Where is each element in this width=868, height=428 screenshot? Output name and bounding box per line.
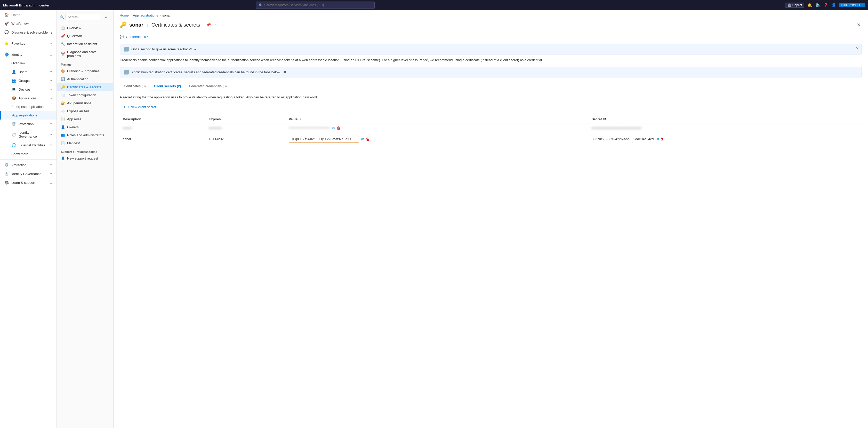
sidebar-item-identity-governance-section[interactable]: ⏱️ Identity Governance ▼ xyxy=(0,169,57,178)
row1-secret-id: ••••••••••••••••••••••••••••••••••••••••… xyxy=(589,123,862,133)
sidebar-item-whats-new[interactable]: 🚀 What's new xyxy=(0,19,57,28)
sidebar-item-external-identities[interactable]: 🌐 External Identities ▼ xyxy=(0,141,57,150)
devices-icon: 💻 xyxy=(11,87,16,91)
tab-federated-credentials[interactable]: Federated credentials (0) xyxy=(185,82,231,91)
sidebar-item-identity[interactable]: 🔷 Identity ▲ xyxy=(0,50,57,59)
sidebar-item-learn-support[interactable]: 📚 Learn & support ▲ xyxy=(0,178,57,187)
sidebar-item-applications[interactable]: 📦 Applications ▲ xyxy=(0,94,57,102)
second-sidebar-diagnose-solve[interactable]: ✂️ Diagnose and solve problems xyxy=(57,48,113,60)
sidebar-item-app-registrations[interactable]: App registrations xyxy=(0,111,57,120)
row2-delete-secret-icon[interactable]: 🗑 xyxy=(660,137,664,141)
breadcrumb-app-registrations[interactable]: App registrations xyxy=(133,13,158,17)
banner2-close[interactable]: ✕ xyxy=(284,70,286,74)
manifest-icon: 📄 xyxy=(61,141,65,145)
sidebar-item-home[interactable]: 🏠 Home xyxy=(0,10,57,19)
copilot-button[interactable]: 🤖 Copilot xyxy=(785,3,804,8)
favorites-icon: ⭐ xyxy=(4,41,9,45)
external-identities-icon: 🌐 xyxy=(11,143,16,147)
tab-client-secrets[interactable]: Client secrets (2) xyxy=(150,82,185,91)
second-sidebar-branding[interactable]: 🎨 Branding & properties xyxy=(57,67,113,75)
table-row: sonar 13/06/2025 ICq8Q~VfSwuvK3PPQiEvZGe… xyxy=(120,133,862,145)
sidebar-item-groups[interactable]: 👥 Groups ▼ xyxy=(0,76,57,85)
second-sidebar-app-roles[interactable]: 📑 App roles xyxy=(57,115,113,123)
devices-chevron: ▼ xyxy=(50,88,52,91)
identity-governance2-chevron: ▼ xyxy=(50,173,52,175)
support-icon: 👤 xyxy=(61,156,65,160)
sidebar-item-identity-governance[interactable]: ⏱️ Identity Governance ▼ xyxy=(0,128,57,141)
page-header-icon: 🔑 xyxy=(120,22,127,28)
col-secret-id: Secret ID xyxy=(589,115,862,123)
banner1-close[interactable]: ✕ xyxy=(856,46,859,50)
sidebar-item-protection[interactable]: 🛡️ Protection ▼ xyxy=(0,120,57,128)
favorites-chevron: ▼ xyxy=(50,42,52,45)
row2-delete-icon[interactable]: 🗑 xyxy=(366,137,370,141)
users-icon: 👤 xyxy=(11,70,16,74)
sidebar-item-overview[interactable]: Overview xyxy=(0,59,57,67)
user-icon[interactable]: 👤 xyxy=(831,3,836,7)
sidebar-item-users[interactable]: 👤 Users ▼ xyxy=(0,67,57,76)
feedback-icon: 💬 xyxy=(120,35,124,39)
user-badge[interactable]: KUBEROCKETCI xyxy=(839,3,865,7)
sidebar-item-devices[interactable]: 💻 Devices ▼ xyxy=(0,85,57,94)
breadcrumb-sonar: sonar xyxy=(162,13,171,17)
second-sidebar-authentication[interactable]: 🔄 Authentication xyxy=(57,75,113,83)
notification-icon[interactable]: 🔔 xyxy=(807,3,812,7)
search-input[interactable] xyxy=(264,3,372,7)
second-sidebar-quickstart[interactable]: 🚀 Quickstart xyxy=(57,32,113,40)
collapse-icon[interactable]: « xyxy=(102,13,110,21)
identity-governance-chevron: ▼ xyxy=(50,133,52,136)
protection2-chevron: ▼ xyxy=(50,164,52,166)
tab-certificates[interactable]: Certificates (0) xyxy=(120,82,150,91)
row2-copy-secret-id-icon[interactable]: ⧉ xyxy=(657,137,659,141)
second-sidebar-search-bar[interactable]: 🔍 « xyxy=(57,10,113,24)
tabs: Certificates (0) Client secrets (2) Fede… xyxy=(120,82,862,91)
second-sidebar-roles-admins[interactable]: 👥 Roles and administrators xyxy=(57,131,113,139)
row2-copy-value-icon[interactable]: ⧉ xyxy=(361,137,364,141)
protection-icon: 🛡️ xyxy=(11,122,16,126)
info-icon-1: ℹ️ xyxy=(124,47,129,52)
more-options-button[interactable]: ··· xyxy=(214,22,220,28)
second-sidebar-overview[interactable]: 📋 Overview xyxy=(57,24,113,32)
api-perm-icon: 🔐 xyxy=(61,101,65,105)
second-sidebar-new-support[interactable]: 👤 New support request xyxy=(57,154,113,162)
topbar: Microsoft Entra admin center 🔍 🤖 Copilot… xyxy=(0,0,868,10)
groups-chevron: ▼ xyxy=(50,79,52,82)
row1-copy-value-icon[interactable]: ⧉ xyxy=(332,126,335,130)
feedback-bar[interactable]: 💬 Got feedback? xyxy=(120,33,862,41)
breadcrumb-sep-2: › xyxy=(160,13,161,17)
row1-delete-icon[interactable]: 🗑 xyxy=(337,126,340,130)
second-sidebar-integration-assistant[interactable]: 🔧 Integration assistant xyxy=(57,40,113,48)
identity-chevron: ▲ xyxy=(50,53,52,56)
table-row: •••••••• •••••••••••• ••••••••••••••••••… xyxy=(120,123,862,133)
page-header-page-name: Certificates & secrets xyxy=(151,22,200,28)
help-icon[interactable]: ❓ xyxy=(824,3,828,7)
sidebar-item-enterprise-apps[interactable]: Enterprise applications xyxy=(0,102,57,111)
close-button[interactable]: ✕ xyxy=(856,21,862,29)
header-actions: 📌 ··· xyxy=(205,22,220,28)
breadcrumb-home[interactable]: Home xyxy=(120,13,129,17)
description-text: Credentials enable confidential applicat… xyxy=(120,58,862,63)
second-sidebar-api-permissions[interactable]: 🔐 API permissions xyxy=(57,99,113,107)
identity-icon: 🔷 xyxy=(4,52,9,57)
auth-icon: 🔄 xyxy=(61,77,65,81)
new-client-secret-button[interactable]: ＋ + New client secret xyxy=(120,103,159,111)
sidebar-item-diagnose[interactable]: 💬 Diagnose & solve problems xyxy=(0,28,57,37)
second-search-input[interactable] xyxy=(66,14,100,20)
settings-icon[interactable]: ⚙️ xyxy=(815,3,820,7)
sidebar-item-favorites[interactable]: ⭐ Favorites ▼ xyxy=(0,39,57,48)
protection-chevron: ▼ xyxy=(50,123,52,125)
search-bar[interactable]: 🔍 xyxy=(256,2,375,9)
second-sidebar-owners[interactable]: 👤 Owners xyxy=(57,123,113,131)
value-tooltip-icon[interactable]: ℹ xyxy=(300,118,301,121)
main-content: Home › App registrations › sonar 🔑 sonar… xyxy=(114,10,868,428)
second-sidebar-certificates-secrets[interactable]: 🔑 Certificates & secrets xyxy=(57,83,113,91)
expose-api-icon: ☁️ xyxy=(61,109,65,113)
sidebar-item-show-more[interactable]: ··· Show more xyxy=(0,150,57,158)
pin-button[interactable]: 📌 xyxy=(205,22,212,28)
row2-description: sonar xyxy=(120,133,206,145)
second-sidebar-manifest[interactable]: 📄 Manifest xyxy=(57,139,113,147)
second-sidebar-token-configuration[interactable]: 📊 Token configuration xyxy=(57,91,113,99)
second-sidebar-expose-api[interactable]: ☁️ Expose an API xyxy=(57,107,113,115)
sidebar-item-protection-section[interactable]: 🛡️ Protection ▼ xyxy=(0,160,57,169)
app-roles-icon: 📑 xyxy=(61,117,65,121)
